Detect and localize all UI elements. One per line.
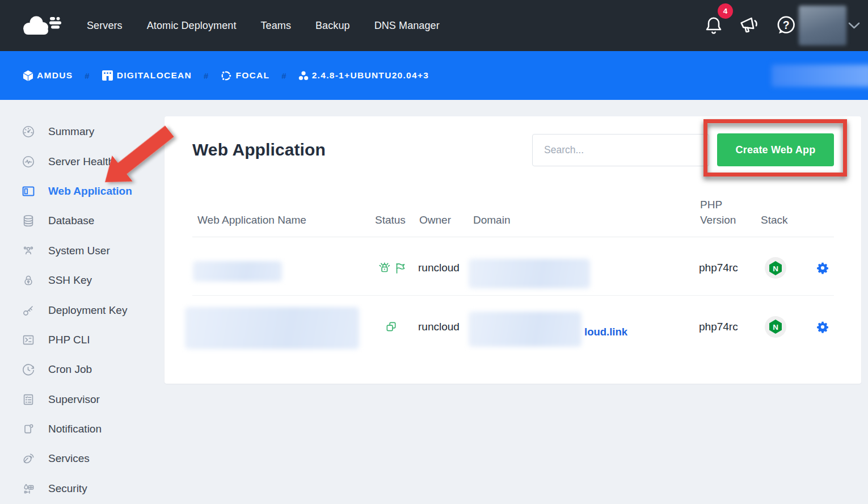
sidebar-item-services[interactable]: Services (0, 444, 165, 473)
breadcrumb: AMDUS#DIGITALOCEAN#FOCAL#2.4.8-1+UBUNTU2… (23, 70, 429, 82)
create-web-app-button[interactable]: Create Web App (717, 133, 834, 166)
sidebar: SummaryServer HealthWeb ApplicationDatab… (0, 100, 165, 504)
sidebar-item-security[interactable]: Security (0, 474, 165, 503)
php-version-cell: php74rc (698, 321, 759, 333)
browser-icon (22, 184, 35, 198)
redacted-domain (469, 312, 582, 347)
breadcrumb-item-amdus[interactable]: AMDUS (23, 70, 73, 82)
nav-item-backup[interactable]: Backup (315, 20, 350, 32)
notification-badge: 4 (718, 3, 733, 19)
ubuntu-icon (220, 70, 232, 82)
column-header: Owner (417, 213, 471, 228)
sidebar-item-label: Deployment Key (48, 304, 127, 317)
page-title: Web Application (192, 140, 326, 159)
breadcrumb-item-digitalocean[interactable]: DIGITALOCEAN (102, 70, 192, 81)
help-icon[interactable]: ? (776, 15, 796, 36)
sidebar-item-notification[interactable]: Notification (0, 414, 165, 444)
sidebar-item-web-application[interactable]: Web Application (0, 177, 165, 206)
sidebar-item-cron-job[interactable]: Cron Job (0, 355, 165, 384)
clone-icon (385, 320, 398, 333)
runcloud-logo-icon[interactable] (23, 15, 64, 36)
column-header: Web Application Name (192, 213, 373, 228)
sidebar-item-label: SSH Key (48, 274, 92, 287)
redacted-domain (469, 259, 590, 288)
activity-icon (22, 155, 35, 169)
sidebar-item-label: System User (48, 245, 110, 257)
sidebar-item-label: Server Health (48, 156, 114, 168)
security-icon (22, 482, 35, 495)
nav-item-servers[interactable]: Servers (87, 20, 123, 32)
breadcrumb-separator: # (204, 71, 208, 81)
sidebar-item-supervisor[interactable]: Supervisor (0, 385, 165, 414)
nginx-stack-icon[interactable]: N (765, 316, 786, 338)
web-app-row[interactable]: runcloud loud.link php74rc N (192, 296, 834, 358)
domain-link[interactable]: loud.link (584, 326, 627, 338)
gear-icon[interactable] (816, 262, 829, 274)
sidebar-item-label: Summary (48, 125, 94, 138)
avatar[interactable] (799, 6, 846, 45)
sidebar-item-php-cli[interactable]: PHP CLI (0, 325, 165, 355)
breadcrumb-separator: # (85, 71, 89, 81)
database-icon (22, 214, 35, 228)
ssl-lock-icon (377, 261, 392, 275)
sidebar-item-deployment-key[interactable]: Deployment Key (0, 295, 165, 325)
sidebar-item-label: Database (48, 215, 94, 227)
users-icon (22, 244, 35, 258)
svg-text:?: ? (783, 19, 790, 31)
column-header: PHP Version (698, 198, 743, 228)
cube-icon (23, 70, 33, 82)
breadcrumb-item-focal[interactable]: FOCAL (220, 70, 269, 82)
flag-icon (394, 261, 407, 275)
svg-text:N: N (773, 323, 778, 331)
column-header: Domain (471, 213, 698, 228)
sidebar-item-summary[interactable]: Summary (0, 117, 165, 146)
megaphone-icon[interactable] (738, 15, 761, 36)
terminal-icon (22, 333, 35, 347)
sidebar-item-label: Services (48, 452, 90, 465)
sidebar-item-server-health[interactable]: Server Health (0, 146, 165, 176)
nav-item-atomic-deployment[interactable]: Atomic Deployment (147, 20, 237, 32)
svg-text:N: N (773, 264, 778, 272)
chevron-down-icon[interactable] (848, 22, 861, 30)
top-navbar: ServersAtomic DeploymentTeamsBackupDNS M… (0, 0, 868, 51)
sidebar-item-label: Notification (48, 423, 102, 435)
sidebar-item-ssh-key[interactable]: SSH Key (0, 266, 165, 295)
sidebar-item-label: PHP CLI (48, 334, 90, 346)
sidebar-item-database[interactable]: Database (0, 206, 165, 236)
table-header: Web Application NameStatusOwnerDomainPHP… (192, 198, 834, 237)
sidebar-item-label: Web Application (48, 185, 132, 198)
checklist-icon (22, 393, 35, 406)
sidebar-item-label: Security (48, 482, 87, 495)
gauge-icon (22, 125, 35, 138)
search-input[interactable] (532, 134, 709, 166)
version-icon (298, 70, 309, 81)
column-header: Stack (759, 213, 816, 228)
sidebar-item-system-user[interactable]: System User (0, 236, 165, 266)
lock-icon (22, 274, 35, 287)
web-application-panel: Web Application Create Web App Web Appli… (165, 116, 861, 384)
sidebar-item-label: Supervisor (48, 393, 100, 406)
nav-item-dns-manager[interactable]: DNS Manager (374, 20, 440, 32)
bell-icon[interactable]: 4 (704, 15, 723, 36)
redacted-app-name (185, 307, 359, 349)
device-icon (22, 422, 35, 436)
owner-cell: runcloud (417, 262, 471, 274)
sidebar-item-label: Cron Job (48, 363, 92, 376)
dish-icon (22, 452, 35, 465)
main-nav: ServersAtomic DeploymentTeamsBackupDNS M… (87, 20, 440, 32)
building-icon (102, 70, 113, 81)
breadcrumb-separator: # (281, 71, 286, 81)
redacted-region (772, 65, 868, 87)
gear-icon[interactable] (816, 321, 829, 333)
breadcrumb-item-2-4-8-1-ubuntu20-04-3[interactable]: 2.4.8-1+UBUNTU20.04+3 (298, 70, 429, 81)
clock-icon (22, 363, 35, 376)
key-icon (22, 304, 35, 317)
nav-item-teams[interactable]: Teams (260, 20, 291, 32)
breadcrumb-bar: AMDUS#DIGITALOCEAN#FOCAL#2.4.8-1+UBUNTU2… (0, 51, 868, 100)
column-header: Status (373, 213, 417, 228)
owner-cell: runcloud (417, 321, 471, 333)
php-version-cell: php74rc (698, 262, 759, 274)
nginx-stack-icon[interactable]: N (765, 257, 786, 279)
web-app-row[interactable]: runcloud php74rc N (192, 237, 834, 296)
redacted-app-name (193, 261, 282, 282)
